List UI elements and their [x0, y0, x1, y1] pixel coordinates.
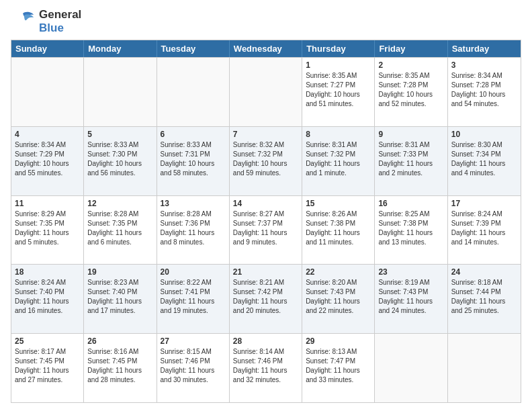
- sun-info: Sunrise: 8:27 AMSunset: 7:37 PMDaylight:…: [233, 210, 298, 247]
- calendar-header-cell: Tuesday: [157, 40, 230, 57]
- calendar-row: 4Sunrise: 8:34 AMSunset: 7:29 PMDaylight…: [11, 126, 521, 195]
- calendar-header-cell: Sunday: [11, 40, 84, 57]
- calendar-header-cell: Friday: [375, 40, 447, 57]
- calendar-page: General Blue SundayMondayTuesdayWednesda…: [0, 0, 532, 411]
- calendar-row: 18Sunrise: 8:24 AMSunset: 7:40 PMDayligh…: [11, 264, 521, 333]
- calendar-cell: 19Sunrise: 8:23 AMSunset: 7:40 PMDayligh…: [84, 265, 157, 333]
- calendar-cell: 16Sunrise: 8:25 AMSunset: 7:38 PMDayligh…: [375, 196, 447, 265]
- calendar-cell: 17Sunrise: 8:24 AMSunset: 7:39 PMDayligh…: [448, 196, 521, 265]
- calendar-cell: 9Sunrise: 8:31 AMSunset: 7:33 PMDaylight…: [375, 127, 447, 195]
- logo-bird-icon: [11, 9, 35, 34]
- day-number: 15: [306, 199, 371, 208]
- calendar-header-row: SundayMondayTuesdayWednesdayThursdayFrid…: [11, 40, 521, 57]
- calendar-row: 25Sunrise: 8:17 AMSunset: 7:45 PMDayligh…: [11, 333, 521, 402]
- day-number: 11: [15, 199, 80, 208]
- logo-general-text: General: [39, 8, 81, 21]
- day-number: 5: [87, 130, 152, 139]
- sun-info: Sunrise: 8:28 AMSunset: 7:35 PMDaylight:…: [87, 210, 152, 247]
- day-number: 4: [15, 130, 80, 139]
- calendar-cell: 6Sunrise: 8:33 AMSunset: 7:31 PMDaylight…: [157, 127, 230, 195]
- sun-info: Sunrise: 8:33 AMSunset: 7:30 PMDaylight:…: [87, 140, 152, 178]
- day-number: 1: [306, 60, 371, 70]
- day-number: 20: [161, 267, 226, 277]
- sun-info: Sunrise: 8:20 AMSunset: 7:43 PMDaylight:…: [306, 278, 371, 316]
- sun-info: Sunrise: 8:34 AMSunset: 7:29 PMDaylight:…: [15, 140, 80, 178]
- sun-info: Sunrise: 8:34 AMSunset: 7:28 PMDaylight:…: [451, 71, 517, 109]
- sun-info: Sunrise: 8:17 AMSunset: 7:45 PMDaylight:…: [15, 347, 80, 385]
- calendar-cell: 15Sunrise: 8:26 AMSunset: 7:38 PMDayligh…: [302, 196, 375, 265]
- sun-info: Sunrise: 8:18 AMSunset: 7:44 PMDaylight:…: [451, 278, 517, 316]
- calendar-cell: [448, 334, 521, 402]
- calendar-cell: 26Sunrise: 8:16 AMSunset: 7:45 PMDayligh…: [84, 334, 157, 402]
- calendar-cell: 28Sunrise: 8:14 AMSunset: 7:46 PMDayligh…: [230, 334, 302, 402]
- sun-info: Sunrise: 8:14 AMSunset: 7:46 PMDaylight:…: [233, 347, 298, 385]
- sun-info: Sunrise: 8:15 AMSunset: 7:46 PMDaylight:…: [161, 347, 226, 385]
- logo-blue-text: Blue: [39, 21, 81, 35]
- sun-info: Sunrise: 8:13 AMSunset: 7:47 PMDaylight:…: [306, 347, 371, 385]
- sun-info: Sunrise: 8:35 AMSunset: 7:28 PMDaylight:…: [378, 71, 443, 109]
- calendar-cell: [375, 334, 447, 402]
- day-number: 13: [161, 199, 226, 208]
- sun-info: Sunrise: 8:31 AMSunset: 7:33 PMDaylight:…: [378, 140, 443, 178]
- sun-info: Sunrise: 8:24 AMSunset: 7:39 PMDaylight:…: [451, 210, 517, 247]
- calendar-cell: 3Sunrise: 8:34 AMSunset: 7:28 PMDaylight…: [448, 58, 521, 126]
- sun-info: Sunrise: 8:22 AMSunset: 7:41 PMDaylight:…: [161, 278, 226, 316]
- calendar-cell: [84, 58, 157, 126]
- day-number: 17: [451, 199, 517, 208]
- calendar-cell: 8Sunrise: 8:31 AMSunset: 7:32 PMDaylight…: [302, 127, 375, 195]
- calendar-cell: 10Sunrise: 8:30 AMSunset: 7:34 PMDayligh…: [448, 127, 521, 195]
- calendar-cell: [11, 58, 84, 126]
- day-number: 10: [451, 130, 517, 139]
- sun-info: Sunrise: 8:16 AMSunset: 7:45 PMDaylight:…: [87, 347, 152, 385]
- calendar-cell: 1Sunrise: 8:35 AMSunset: 7:27 PMDaylight…: [302, 58, 375, 126]
- day-number: 28: [233, 336, 298, 346]
- calendar-cell: 4Sunrise: 8:34 AMSunset: 7:29 PMDaylight…: [11, 127, 84, 195]
- header: General Blue: [11, 8, 521, 34]
- day-number: 6: [161, 130, 226, 139]
- calendar-cell: 2Sunrise: 8:35 AMSunset: 7:28 PMDaylight…: [375, 58, 447, 126]
- calendar-cell: 7Sunrise: 8:32 AMSunset: 7:32 PMDaylight…: [230, 127, 302, 195]
- day-number: 7: [233, 130, 298, 139]
- day-number: 22: [306, 267, 371, 277]
- day-number: 16: [378, 199, 443, 208]
- calendar-cell: 20Sunrise: 8:22 AMSunset: 7:41 PMDayligh…: [157, 265, 230, 333]
- calendar-header-cell: Thursday: [302, 40, 375, 57]
- calendar-header-cell: Saturday: [448, 40, 521, 57]
- calendar-row: 11Sunrise: 8:29 AMSunset: 7:35 PMDayligh…: [11, 195, 521, 265]
- sun-info: Sunrise: 8:23 AMSunset: 7:40 PMDaylight:…: [87, 278, 152, 316]
- day-number: 9: [378, 130, 443, 139]
- sun-info: Sunrise: 8:24 AMSunset: 7:40 PMDaylight:…: [15, 278, 80, 316]
- day-number: 24: [451, 267, 517, 277]
- day-number: 19: [87, 267, 152, 277]
- day-number: 8: [306, 130, 371, 139]
- day-number: 12: [87, 199, 152, 208]
- calendar-cell: 23Sunrise: 8:19 AMSunset: 7:43 PMDayligh…: [375, 265, 447, 333]
- calendar-cell: 25Sunrise: 8:17 AMSunset: 7:45 PMDayligh…: [11, 334, 84, 402]
- sun-info: Sunrise: 8:31 AMSunset: 7:32 PMDaylight:…: [306, 140, 371, 178]
- day-number: 18: [15, 267, 80, 277]
- day-number: 21: [233, 267, 298, 277]
- sun-info: Sunrise: 8:28 AMSunset: 7:36 PMDaylight:…: [161, 210, 226, 247]
- calendar-row: 1Sunrise: 8:35 AMSunset: 7:27 PMDaylight…: [11, 57, 521, 126]
- day-number: 29: [306, 336, 371, 346]
- calendar-cell: 11Sunrise: 8:29 AMSunset: 7:35 PMDayligh…: [11, 196, 84, 265]
- day-number: 23: [378, 267, 443, 277]
- calendar-cell: 29Sunrise: 8:13 AMSunset: 7:47 PMDayligh…: [302, 334, 375, 402]
- day-number: 2: [378, 60, 443, 70]
- calendar-cell: 12Sunrise: 8:28 AMSunset: 7:35 PMDayligh…: [84, 196, 157, 265]
- calendar-cell: 21Sunrise: 8:21 AMSunset: 7:42 PMDayligh…: [230, 265, 302, 333]
- calendar-cell: 5Sunrise: 8:33 AMSunset: 7:30 PMDaylight…: [84, 127, 157, 195]
- sun-info: Sunrise: 8:29 AMSunset: 7:35 PMDaylight:…: [15, 210, 80, 247]
- logo: General Blue: [11, 8, 81, 34]
- day-number: 14: [233, 199, 298, 208]
- sun-info: Sunrise: 8:21 AMSunset: 7:42 PMDaylight:…: [233, 278, 298, 316]
- day-number: 27: [161, 336, 226, 346]
- calendar-header-cell: Wednesday: [230, 40, 302, 57]
- day-number: 26: [87, 336, 152, 346]
- calendar-cell: 18Sunrise: 8:24 AMSunset: 7:40 PMDayligh…: [11, 265, 84, 333]
- calendar-cell: [157, 58, 230, 126]
- calendar-cell: [230, 58, 302, 126]
- sun-info: Sunrise: 8:26 AMSunset: 7:38 PMDaylight:…: [306, 210, 371, 247]
- calendar-cell: 24Sunrise: 8:18 AMSunset: 7:44 PMDayligh…: [448, 265, 521, 333]
- sun-info: Sunrise: 8:30 AMSunset: 7:34 PMDaylight:…: [451, 140, 517, 178]
